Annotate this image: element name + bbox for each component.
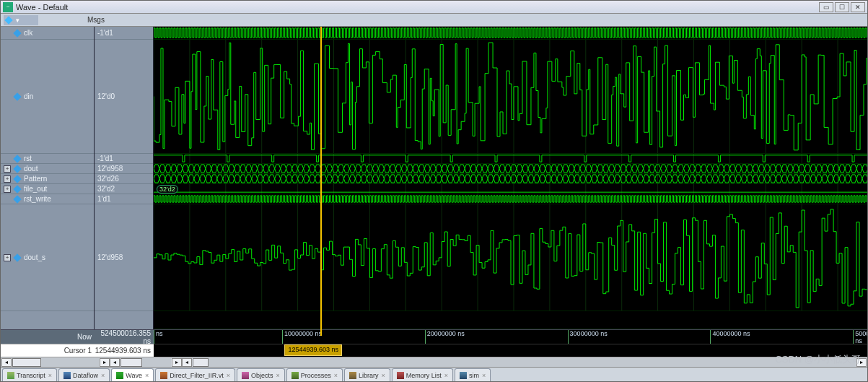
scroll-left-button[interactable]: ◂ [110,358,120,367]
tab-library[interactable]: Library × [344,368,390,381]
expand-toggle[interactable]: + [4,165,11,173]
signal-row[interactable]: clk [1,27,94,40]
tab-wave[interactable]: Wave × [111,368,154,381]
signal-value: 12'd0 [97,92,115,100]
diamond-icon [13,155,21,162]
signal-value: 12'd958 [97,165,123,173]
titlebar[interactable]: ~ Wave - Default ▭ ☐ ✕ [1,1,867,14]
maximize-button[interactable]: ☐ [835,2,849,12]
waveform-track[interactable] [154,154,867,164]
expand-spacer [4,155,11,162]
waveform-area[interactable]: 32'd2ns10000000 ns20000000 ns30000000 ns… [154,27,867,357]
value-row[interactable]: 12'd0 [95,40,153,154]
tab-close-icon[interactable]: × [101,372,105,379]
tab-close-icon[interactable]: × [276,372,279,379]
signal-row[interactable]: + Pattern [1,174,94,184]
signal-value: -1'd1 [97,155,113,162]
scrollbars-row: ◂ ▸ ◂ ▸ ◂ ▸ [1,357,867,367]
now-label: Now [1,329,95,344]
signal-row[interactable]: din [1,40,94,154]
tab-close-icon[interactable]: × [482,372,486,379]
signal-row[interactable]: + dout_s [1,204,94,311]
diamond-icon [13,165,21,173]
tab-transcript[interactable]: Transcript × [2,368,57,381]
tab-close-icon[interactable]: × [444,372,448,379]
value-row[interactable]: -1'd1 [95,27,153,40]
undock-button[interactable]: ▭ [819,2,833,12]
scroll-right-button[interactable]: ▸ [172,358,182,367]
scroll-thumb[interactable] [12,358,41,367]
signal-row[interactable]: rst_write [1,194,94,204]
scroll-thumb[interactable] [120,358,142,367]
tab-dataflow[interactable]: Dataflow × [58,368,110,381]
tab-processes[interactable]: Processes × [286,368,343,381]
time-ruler[interactable]: ns10000000 ns20000000 ns30000000 ns40000… [154,329,867,344]
tab-icon [7,372,14,379]
tab-label: Direct_Filter_IIR.vt [170,372,224,379]
value-column-filler [95,311,153,329]
waveform-track[interactable] [154,164,867,174]
waveform-track[interactable]: 32'd2 [154,184,867,194]
cursor-value[interactable]: 12544939.603 ns [95,344,154,357]
tab-objects[interactable]: Objects × [237,368,285,381]
value-row[interactable]: 12'd958 [95,164,153,174]
cursor-readout[interactable]: 12544939.603 ns [284,344,342,356]
tab-close-icon[interactable]: × [145,372,149,379]
tab-memory-list[interactable]: Memory List × [392,368,453,381]
waveform-track[interactable] [154,174,867,184]
bus-value-pill: 32'd2 [157,185,178,194]
value-row[interactable]: -1'd1 [95,154,153,164]
signal-row[interactable]: rst [1,154,94,164]
tab-label: Wave [126,372,142,379]
name-scroll-track[interactable] [12,358,99,367]
signal-name: clk [24,29,32,37]
expand-toggle[interactable]: + [4,186,11,193]
tab-sim[interactable]: sim × [455,368,491,381]
cursor-label[interactable]: Cursor 1 [1,344,95,357]
signal-row[interactable]: + dout [1,164,94,174]
diamond-icon [4,16,12,24]
signal-value-column[interactable]: -1'd1 12'd0 -1'd1 12'd958 32'd26 32'd2 1… [95,27,154,357]
value-row[interactable]: 1'd1 [95,194,153,204]
tab-close-icon[interactable]: × [227,372,230,379]
wave-scroll-track[interactable] [193,358,856,367]
scroll-right-button[interactable]: ▸ [100,358,110,367]
close-button[interactable]: ✕ [851,2,865,12]
value-row[interactable]: 12'd958 [95,204,153,311]
tab-direct-filter-iir-vt[interactable]: Direct_Filter_IIR.vt × [155,368,235,381]
wave-window: ~ Wave - Default ▭ ☐ ✕ ▾ Msgs clk din rs… [0,0,868,382]
value-row[interactable]: 32'd2 [95,184,153,194]
signal-column-filler [1,311,94,329]
signal-row[interactable]: + file_out [1,184,94,194]
diamond-icon [13,195,21,203]
signal-name-column[interactable]: clk din rst + dout + Pattern + file_out [1,27,95,357]
signal-value: 12'd958 [97,253,123,261]
waveform-track[interactable] [154,204,867,311]
expand-toggle[interactable]: + [4,254,11,261]
now-value: 524500016.355 ns [95,329,154,344]
waveform-track[interactable] [154,194,867,204]
tab-close-icon[interactable]: × [382,372,385,379]
expand-toggle[interactable]: + [4,175,11,183]
tab-label: Processes [301,372,331,379]
value-scroll-track[interactable] [120,358,171,367]
expand-spacer [4,30,11,37]
scroll-left-button[interactable]: ◂ [1,358,12,367]
waveform-track[interactable] [154,40,867,154]
tab-label: sim [469,372,479,379]
scroll-left-button[interactable]: ◂ [182,358,192,367]
scroll-right-button[interactable]: ▸ [856,358,867,367]
signal-format-tool[interactable]: ▾ [4,15,38,25]
value-row[interactable]: 32'd26 [95,174,153,184]
tab-close-icon[interactable]: × [334,372,338,379]
cursor-line[interactable] [320,27,322,336]
cursor-track[interactable]: 12544939.603 ns [154,344,867,357]
tab-label: Objects [251,372,273,379]
diamond-icon [13,29,21,37]
tab-close-icon[interactable]: × [48,372,52,379]
waveform-track[interactable] [154,27,867,40]
tab-label: Transcript [17,372,45,379]
msgs-header: Msgs [87,16,105,24]
scroll-thumb[interactable] [193,358,209,367]
diamond-icon [13,92,21,100]
